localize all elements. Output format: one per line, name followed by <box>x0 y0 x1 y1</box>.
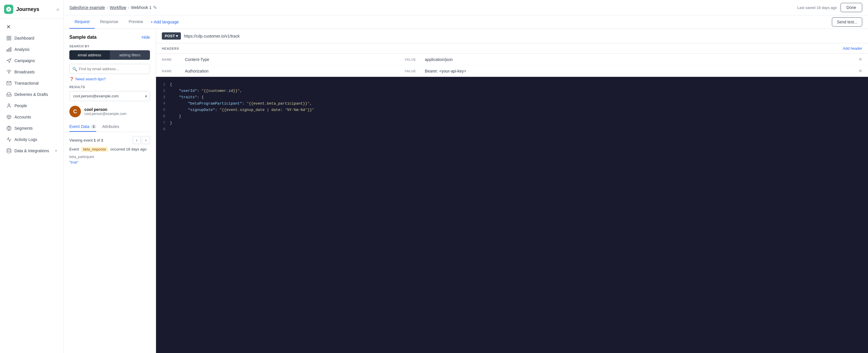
sidebar-item-dashboard[interactable]: Dashboard <box>2 33 62 43</box>
search-by-label: SEARCH BY <box>69 44 150 48</box>
code-panel: POST ▾ https://cdp.customer.io/v1/track … <box>156 29 868 353</box>
close-nav-item[interactable]: ✕ <box>2 21 62 32</box>
sidebar-item-transactional[interactable]: Transactional <box>2 78 62 89</box>
campaigns-label: Campaigns <box>14 58 35 63</box>
breadcrumb-parent2[interactable]: Workflow <box>110 5 126 10</box>
database-icon <box>6 148 11 153</box>
app-logo[interactable] <box>4 5 13 14</box>
header-name-value-2: Authorization <box>185 69 399 73</box>
event-label: Event <box>69 147 79 151</box>
viewing-event-bar: Viewing event 1 of 1 ‹ › <box>69 136 150 144</box>
search-input-wrapper: 🔍 <box>69 64 150 74</box>
broadcasts-label: Broadcasts <box>14 70 35 74</box>
sidebar-item-analysis[interactable]: Analysis <box>2 44 62 55</box>
send-test-button[interactable]: Send test... <box>832 17 862 27</box>
sidebar-item-people[interactable]: People <box>2 100 62 111</box>
sidebar-nav: ✕ Dashboard Analysis Campaigns Broadcast… <box>0 19 63 353</box>
chevron-down-icon: ▾ <box>55 149 57 153</box>
svg-point-11 <box>7 126 11 131</box>
breadcrumb-sep2: › <box>128 5 129 10</box>
header-row-content-type: NAME Content-Type VALUE application/json… <box>156 54 868 65</box>
sidebar-item-broadcasts[interactable]: Broadcasts <box>2 66 62 77</box>
toggle-email-button[interactable]: email address <box>69 50 110 60</box>
next-event-button[interactable]: › <box>142 136 150 144</box>
sidebar-item-activity-logs[interactable]: Activity Logs <box>2 134 62 145</box>
sidebar-item-accounts[interactable]: Accounts <box>2 111 62 123</box>
broadcast-icon <box>6 69 11 74</box>
svg-rect-3 <box>7 39 8 40</box>
sidebar-item-deliveries[interactable]: Deliveries & Drafts <box>2 89 62 100</box>
svg-point-7 <box>9 72 9 73</box>
line-num-2: 2 <box>161 88 165 94</box>
data-tab-attributes[interactable]: Attributes <box>102 122 119 132</box>
tab-preview[interactable]: Preview <box>123 15 148 29</box>
viewing-label: Viewing event <box>69 138 93 142</box>
event-occurred-label: occurred 18 days ago <box>111 147 147 151</box>
sidebar-item-data-integrations[interactable]: Data & Integrations ▾ <box>2 145 62 156</box>
breadcrumb-parent1[interactable]: Salesforce example <box>69 5 105 10</box>
hide-button[interactable]: Hide <box>142 35 150 39</box>
header-value-value-2: Bearer: <your-api-key> <box>425 69 853 73</box>
header-value-label-1: VALUE <box>405 58 419 61</box>
results-label: RESULTS <box>69 85 150 89</box>
person-info: cool person cool.person@example.com <box>84 107 127 116</box>
svg-rect-6 <box>7 50 8 52</box>
line-num-4: 4 <box>161 100 165 107</box>
viewing-total: 1 <box>101 138 103 142</box>
done-button[interactable]: Done <box>841 3 862 12</box>
person-card: C cool person cool.person@example.com <box>69 106 150 117</box>
tab-response[interactable]: Response <box>95 15 123 29</box>
main-content: Salesforce example › Workflow › Webhook … <box>64 0 868 353</box>
event-badge: beta_response <box>81 147 108 152</box>
code-editor[interactable]: 1 { 2 "userId": "{{customer.id}}", 3 "tr… <box>156 77 868 353</box>
collapse-sidebar-button[interactable]: « <box>56 6 59 12</box>
result-select[interactable]: cool.person@example.com <box>69 91 150 101</box>
line-num-3: 3 <box>161 94 165 100</box>
sidebar-item-segments[interactable]: Segments <box>2 123 62 134</box>
content-area: Sample data Hide SEARCH BY email address… <box>64 29 868 353</box>
grid-icon <box>6 35 11 41</box>
code-line-1: 1 { <box>161 82 863 88</box>
method-badge[interactable]: POST ▾ <box>162 32 181 39</box>
line-num-5: 5 <box>161 107 165 113</box>
data-tab-events[interactable]: Event Data 1 <box>69 122 96 132</box>
delete-header-1-button[interactable]: ✕ <box>859 57 862 62</box>
question-icon: ❓ <box>69 77 74 81</box>
add-header-button[interactable]: Add header <box>843 46 862 51</box>
line-code-4: "betaProgramParticipant": "{{event.beta_… <box>170 100 312 107</box>
tab-request[interactable]: Request <box>69 15 95 29</box>
header-value-label-2: VALUE <box>405 69 419 73</box>
method-label: POST <box>165 34 175 38</box>
transactional-label: Transactional <box>14 81 39 86</box>
svg-rect-1 <box>9 36 11 37</box>
toggle-filters-button[interactable]: adding filters <box>110 50 150 60</box>
panel-title: Sample data <box>69 35 96 40</box>
prev-event-button[interactable]: ‹ <box>133 136 141 144</box>
topbar-right: Last saved 18 days ago Done <box>797 3 862 12</box>
sidebar-item-campaigns[interactable]: Campaigns <box>2 55 62 66</box>
svg-point-9 <box>8 104 10 105</box>
code-line-6: 6 } <box>161 113 863 120</box>
code-line-7: 7 } <box>161 120 863 126</box>
event-occurred-text: Event beta_response occurred 18 days ago <box>69 147 150 151</box>
request-url: https://cdp.customer.io/v1/track <box>184 34 240 38</box>
search-tips-link[interactable]: ❓ Need search tips? <box>69 77 150 81</box>
event-data-badge: 1 <box>91 125 96 129</box>
megaphone-icon <box>6 58 11 63</box>
delete-header-2-button[interactable]: ✕ <box>859 68 862 74</box>
svg-rect-0 <box>7 36 8 37</box>
person-name: cool person <box>84 107 127 112</box>
request-bar: POST ▾ https://cdp.customer.io/v1/track <box>156 29 868 43</box>
line-code-6: } <box>170 113 181 120</box>
edit-icon[interactable]: ✎ <box>153 5 157 10</box>
event-key: beta_participant <box>69 155 150 159</box>
line-code-3: "traits": { <box>170 94 204 100</box>
code-line-4: 4 "betaProgramParticipant": "{{event.bet… <box>161 100 863 107</box>
svg-point-12 <box>7 149 11 150</box>
data-integrations-label: Data & Integrations <box>14 149 49 153</box>
segments-label: Segments <box>14 126 33 131</box>
search-input[interactable] <box>69 64 150 74</box>
attributes-label: Attributes <box>102 124 119 129</box>
bar-chart-icon <box>6 47 11 52</box>
add-language-button[interactable]: + Add language <box>151 20 179 24</box>
